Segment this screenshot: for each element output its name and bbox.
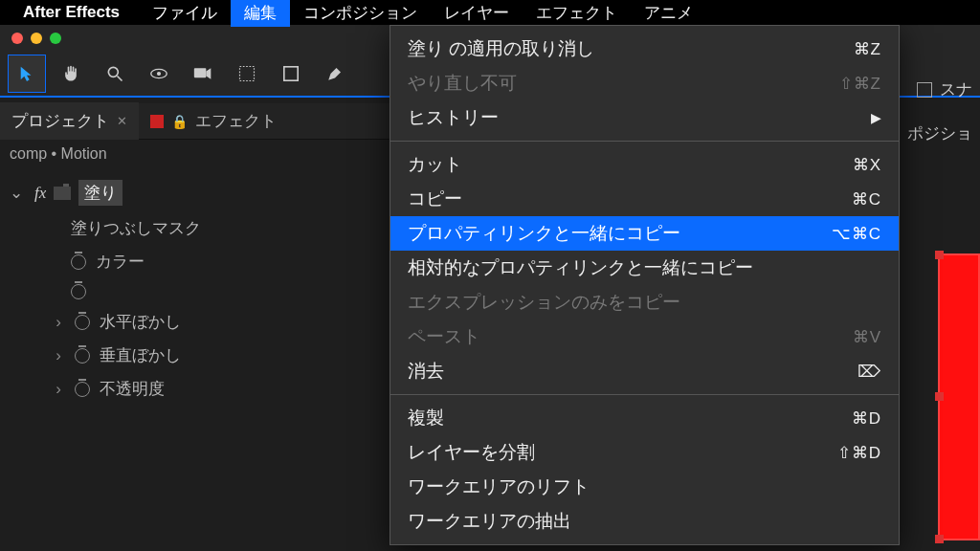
- menu-undo[interactable]: 塗り の適用の取り消し ⌘Z: [390, 32, 899, 66]
- svg-line-1: [118, 77, 122, 81]
- effect-path: comp • Motion: [0, 140, 390, 168]
- menu-item-label: カット: [408, 152, 462, 177]
- effect-controls: ⌄ fx 塗り 塗りつぶしマスク カラー › 水平ぼかし › 垂直ぼかし ›: [0, 168, 390, 411]
- stopwatch-icon[interactable]: [75, 382, 90, 397]
- menu-split-layer[interactable]: レイヤーを分割 ⇧⌘D: [390, 435, 899, 470]
- stopwatch-icon[interactable]: [71, 284, 86, 299]
- transform-handle-icon[interactable]: [935, 392, 944, 401]
- menu-item-label: 塗り の適用の取り消し: [408, 36, 594, 61]
- shortcut: ⌘D: [852, 408, 881, 429]
- right-composition-tab[interactable]: ポジショ: [900, 115, 980, 152]
- menu-copy-expression-only: エクスプレッションのみをコピー: [390, 285, 899, 320]
- menu-separator: [390, 394, 899, 395]
- menu-cut[interactable]: カット ⌘X: [390, 147, 899, 182]
- prop-label: カラー: [96, 251, 145, 273]
- right-comp-label: ポジショ: [907, 124, 972, 143]
- preset-icon[interactable]: [54, 187, 71, 200]
- fx-icon[interactable]: fx: [34, 184, 46, 203]
- tab-project[interactable]: プロジェクト ✕: [0, 102, 139, 140]
- viewer-red-shape[interactable]: [938, 253, 980, 540]
- svg-point-0: [108, 67, 118, 77]
- menu-item-label: ワークエリアのリフト: [408, 474, 590, 499]
- snap-toggle[interactable]: スナ: [909, 71, 980, 108]
- menu-item-label: エクスプレッションのみをコピー: [408, 290, 680, 315]
- effect-row[interactable]: ⌄ fx 塗り: [10, 180, 380, 206]
- menu-item-label: プロパティリンクと一緒にコピー: [408, 221, 680, 246]
- roi-tool[interactable]: [228, 55, 266, 93]
- left-panel: プロジェクト ✕ 🔒 エフェクト comp • Motion ⌄ fx 塗り 塗…: [0, 103, 390, 411]
- prop-fill-mask[interactable]: 塗りつぶしマスク: [10, 211, 380, 245]
- tab-effects[interactable]: 🔒 エフェクト: [139, 102, 288, 140]
- menu-item-label: 複製: [408, 406, 444, 430]
- panel-tabs: プロジェクト ✕ 🔒 エフェクト: [0, 103, 390, 140]
- transform-handle-icon[interactable]: [935, 251, 944, 259]
- menu-clear[interactable]: 消去 ⌦: [390, 354, 899, 388]
- menu-lift-work-area[interactable]: ワークエリアのリフト: [390, 470, 899, 504]
- hand-tool[interactable]: [52, 55, 90, 93]
- orbit-tool[interactable]: [140, 55, 178, 93]
- shortcut: ⇧⌘D: [837, 443, 881, 463]
- pen-tool[interactable]: [316, 55, 354, 93]
- menu-layer[interactable]: レイヤー: [431, 0, 523, 27]
- menu-history[interactable]: ヒストリー ▶: [390, 100, 899, 135]
- menu-item-label: コピー: [408, 187, 462, 211]
- edit-menu-dropdown: 塗り の適用の取り消し ⌘Z やり直し不可 ⇧⌘Z ヒストリー ▶ カット ⌘X…: [390, 25, 900, 545]
- effect-name[interactable]: 塗り: [78, 180, 122, 206]
- zoom-window-button[interactable]: [50, 33, 61, 44]
- menu-duplicate[interactable]: 複製 ⌘D: [390, 401, 899, 435]
- submenu-arrow-icon: ▶: [871, 110, 881, 125]
- shape-tool[interactable]: [272, 55, 310, 93]
- shortcut: ⌘X: [853, 155, 881, 175]
- prop-label: 塗りつぶしマスク: [71, 217, 201, 239]
- menu-effect[interactable]: エフェクト: [523, 0, 631, 27]
- comp-icon: [150, 115, 164, 128]
- right-options: スナ: [909, 71, 980, 108]
- menu-item-label: ワークエリアの抽出: [408, 509, 571, 534]
- menu-separator: [390, 141, 899, 142]
- twirl-down-icon[interactable]: ⌄: [10, 183, 23, 203]
- app-name[interactable]: After Effects: [23, 3, 120, 22]
- close-window-button[interactable]: [11, 33, 23, 44]
- prop-hblur[interactable]: › 水平ぼかし: [10, 305, 380, 339]
- camera-tool[interactable]: [184, 55, 222, 93]
- menu-copy[interactable]: コピー ⌘C: [390, 182, 899, 216]
- shortcut: ⌘V: [853, 327, 881, 347]
- stopwatch-icon[interactable]: [71, 254, 86, 270]
- menu-item-label: ヒストリー: [408, 105, 499, 130]
- stopwatch-icon[interactable]: [75, 315, 90, 330]
- tab-close-icon[interactable]: ✕: [117, 114, 127, 128]
- menu-item-label: 相対的なプロパティリンクと一緒にコピー: [408, 255, 753, 280]
- prop-label: 不透明度: [100, 378, 165, 400]
- prop-opacity[interactable]: › 不透明度: [10, 372, 380, 406]
- shortcut: ⇧⌘Z: [839, 74, 881, 94]
- menu-item-label: レイヤーを分割: [408, 440, 535, 465]
- stopwatch-icon[interactable]: [75, 348, 90, 364]
- tab-project-label: プロジェクト: [11, 110, 109, 132]
- prop-color[interactable]: カラー: [10, 245, 380, 278]
- menu-redo: やり直し不可 ⇧⌘Z: [390, 66, 899, 100]
- transform-handle-icon[interactable]: [935, 535, 944, 543]
- chevron-right-icon[interactable]: ›: [52, 380, 65, 399]
- menu-copy-with-property-links[interactable]: プロパティリンクと一緒にコピー ⌥⌘C: [390, 216, 899, 251]
- menu-animation[interactable]: アニメ: [631, 0, 706, 27]
- menu-item-label: 消去: [408, 359, 444, 384]
- svg-rect-6: [284, 67, 298, 80]
- selection-tool[interactable]: [8, 55, 46, 93]
- minimize-window-button[interactable]: [31, 33, 42, 44]
- macos-menubar: After Effects ファイル 編集 コンポジション レイヤー エフェクト…: [0, 0, 980, 25]
- prop-vblur[interactable]: › 垂直ぼかし: [10, 339, 380, 372]
- chevron-right-icon[interactable]: ›: [52, 313, 65, 332]
- menu-file[interactable]: ファイル: [139, 0, 231, 27]
- menu-edit[interactable]: 編集: [231, 0, 290, 27]
- svg-rect-4: [194, 68, 207, 77]
- chevron-right-icon[interactable]: ›: [52, 346, 65, 365]
- tab-effects-label: エフェクト: [195, 110, 277, 132]
- shortcut: ⌥⌘C: [832, 224, 881, 244]
- menu-composition[interactable]: コンポジション: [290, 0, 431, 27]
- snap-label: スナ: [940, 78, 972, 100]
- zoom-tool[interactable]: [96, 55, 134, 93]
- menu-paste: ペースト ⌘V: [390, 320, 899, 354]
- menu-item-label: ペースト: [408, 324, 480, 349]
- menu-copy-with-relative-property-links[interactable]: 相対的なプロパティリンクと一緒にコピー: [390, 251, 899, 285]
- menu-extract-work-area[interactable]: ワークエリアの抽出: [390, 504, 899, 539]
